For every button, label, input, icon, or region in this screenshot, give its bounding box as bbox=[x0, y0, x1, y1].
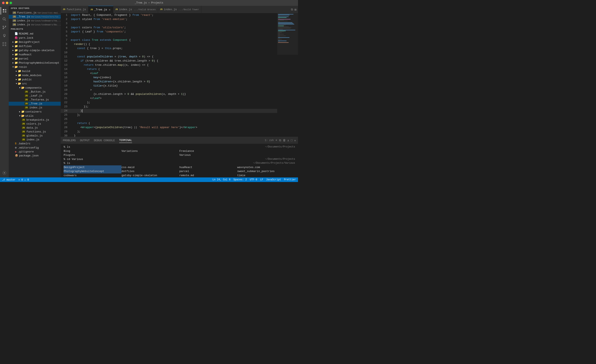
layout-button[interactable]: ▤ bbox=[294, 7, 297, 12]
tree-item-label: gatsby-simple-skeleton bbox=[19, 49, 54, 52]
open-editor-tree[interactable]: JS _Tree.js Various/resin/src/co... bbox=[9, 15, 61, 19]
tree-item-components[interactable]: ▼ 📂 components bbox=[9, 86, 61, 90]
tree-item-node-modules[interactable]: ▶ 📁 node_modules bbox=[9, 73, 61, 77]
terminal-prompt: % ls bbox=[64, 161, 70, 165]
git-branch[interactable]: ⎇ master bbox=[2, 178, 15, 181]
tree-item-editorconfig[interactable]: ⚙ .editorconfig bbox=[9, 146, 61, 150]
js-icon: JS bbox=[24, 106, 28, 109]
terminal-tab-debug[interactable]: DEBUG CONSOLE bbox=[94, 138, 115, 143]
tree-item-leaf[interactable]: JS _Leaf.js bbox=[9, 94, 61, 98]
activity-debug[interactable] bbox=[1, 32, 8, 39]
file-icon: 📄 bbox=[15, 32, 18, 35]
tree-item-index-utils[interactable]: JS index.js bbox=[9, 138, 61, 142]
encoding[interactable]: UTF-8 bbox=[250, 178, 257, 181]
git-branch-name: master bbox=[7, 178, 15, 181]
tree-item-resin[interactable]: ▼ 📂 resin bbox=[9, 65, 61, 69]
activity-search[interactable] bbox=[1, 15, 8, 23]
tree-item-utils[interactable]: ▼ 📂 utils bbox=[9, 114, 61, 118]
code-line-13: 13 return tree.children.map((x, index) =… bbox=[61, 63, 277, 67]
yarn-icon: 🧶 bbox=[15, 36, 18, 39]
tree-item-textarea[interactable]: JS _Textarea.js bbox=[9, 98, 61, 102]
activity-settings[interactable] bbox=[1, 169, 8, 177]
tree-item-babelrc[interactable]: B .babelrc bbox=[9, 142, 61, 146]
tree-item-gatsby[interactable]: ▶ 📁 gatsby-simple-skeleton bbox=[9, 48, 61, 52]
tree-item-gitignore[interactable]: ◉ .gitignore bbox=[9, 150, 61, 154]
terminal-trash-button[interactable]: 🗑 bbox=[283, 139, 286, 142]
language-mode[interactable]: JavaScript bbox=[266, 178, 281, 181]
tree-item-tree[interactable]: JS _Tree.js bbox=[9, 102, 61, 106]
tree-item-dotfiles[interactable]: ▶ 📁 dotfiles bbox=[9, 44, 61, 48]
tab-index1[interactable]: JS index.js .../Valid Braces bbox=[113, 6, 158, 13]
open-editor-functions[interactable]: JS functions.js Various/css-mai... bbox=[9, 11, 61, 15]
git-icon: ⎇ bbox=[2, 178, 7, 181]
tab-functions[interactable]: JS functions.js bbox=[61, 6, 88, 13]
code-line-30: 30 } bbox=[61, 134, 277, 137]
terminal-area: PROBLEMS OUTPUT DEBUG CONSOLE TERMINAL 1… bbox=[61, 137, 298, 178]
terminal-split-button[interactable]: ⧉ bbox=[279, 139, 281, 142]
code-line-29: 29 ); bbox=[61, 130, 277, 134]
terminal-dir bbox=[237, 153, 295, 157]
tab-path: .../Valid Braces bbox=[134, 8, 156, 11]
line-ending[interactable]: LF bbox=[260, 178, 263, 181]
terminal-item: parcel bbox=[179, 169, 237, 173]
terminal-tab-terminal[interactable]: TERMINAL bbox=[119, 138, 132, 143]
terminal-collapse-button[interactable]: ∧ bbox=[287, 139, 289, 142]
tree-item-colors[interactable]: JS colors.js bbox=[9, 122, 61, 126]
tree-item-containers[interactable]: ▶ 📁 containers bbox=[9, 110, 61, 114]
code-editor[interactable]: 1 import React, { Component, Fragment } … bbox=[61, 13, 277, 137]
terminal-tab-problems[interactable]: PROBLEMS bbox=[63, 138, 76, 143]
tree-item-functions-utils[interactable]: JS functions.js bbox=[9, 130, 61, 134]
tree-item-button[interactable]: JS _Button.js bbox=[9, 90, 61, 94]
tree-item-readme[interactable]: 📄 README.md bbox=[9, 32, 61, 36]
terminal-content: % ls ~/Documents/Projects Blog Variation… bbox=[61, 144, 298, 178]
tree-item-public[interactable]: ▶ 📁 public bbox=[9, 77, 61, 82]
tab-js-badge: JS bbox=[160, 8, 163, 11]
activity-source-control[interactable] bbox=[1, 24, 8, 31]
terminal-new-button[interactable]: + bbox=[275, 139, 277, 142]
code-line-20: 20 {x.children.length > 0 && populateChi… bbox=[61, 92, 277, 96]
tree-item-huareact[interactable]: ▶ 📁 huaReact bbox=[9, 52, 61, 57]
tab-tree[interactable]: JS _Tree.js ✕ bbox=[88, 6, 113, 13]
terminal-maximize-button[interactable]: □ bbox=[291, 139, 292, 142]
tree-item-data[interactable]: JS data.js bbox=[9, 126, 61, 130]
activity-extensions[interactable] bbox=[1, 40, 8, 48]
tree-item-designproject[interactable]: ▶ 📁 DesignProject bbox=[9, 40, 61, 44]
minimize-button[interactable] bbox=[6, 2, 8, 4]
formatter[interactable]: Prettier bbox=[284, 178, 296, 181]
tab-index2[interactable]: JS index.js .../Build Tower bbox=[158, 6, 201, 13]
tree-item-parcel[interactable]: ▶ 📁 parcel bbox=[9, 57, 61, 61]
tree-item-yarn[interactable]: 🧶 yarn.lock bbox=[9, 36, 61, 40]
close-button[interactable] bbox=[2, 2, 5, 4]
code-line-18: 18 title={x.title} bbox=[61, 84, 277, 88]
terminal-path: ~/Documents/Projects/Various bbox=[253, 161, 295, 165]
tree-item-photography[interactable]: ▶ 📁 PhotographyWebsiteConcept bbox=[9, 61, 61, 65]
errors-count[interactable]: ✕ 0 ⚠ 0 bbox=[18, 178, 29, 181]
tree-item-breakpoints[interactable]: JS breakpoints.js bbox=[9, 118, 61, 122]
folder-open-icon: 📂 bbox=[15, 65, 18, 69]
tree-item-package-json[interactable]: 📦 package.json bbox=[9, 154, 61, 158]
app-body: OPEN EDITORS JS functions.js Various/css… bbox=[0, 6, 298, 178]
open-editor-index2[interactable]: JS index.js Various/codewars/Bu... bbox=[9, 23, 61, 27]
cursor-position[interactable]: Ln 24, Col 8 bbox=[213, 178, 231, 181]
open-editor-index1[interactable]: JS index.js Various/codewars/Va... bbox=[9, 19, 61, 23]
terminal-close-button[interactable]: ✕ bbox=[294, 139, 296, 142]
file-icon: ⚙ bbox=[15, 146, 17, 149]
tree-item-index-components[interactable]: JS index.js bbox=[9, 106, 61, 110]
folder-icon: 📁 bbox=[15, 45, 18, 48]
tree-item-label: index.js bbox=[26, 138, 39, 141]
terminal-tab-output[interactable]: OUTPUT bbox=[80, 138, 90, 143]
maximize-button[interactable] bbox=[10, 2, 12, 4]
tree-item-src[interactable]: ▼ 📂 src bbox=[9, 82, 61, 86]
split-editor-button[interactable]: ⧉ bbox=[291, 7, 293, 12]
tab-js-badge: JS bbox=[115, 8, 118, 11]
terminal-path: ~/Documents/Projects bbox=[265, 145, 295, 149]
tree-item-label: resin bbox=[19, 66, 27, 69]
tree-item-globals[interactable]: JS globals.js bbox=[9, 134, 61, 138]
tab-close-button[interactable]: ✕ bbox=[108, 8, 111, 11]
tree-item-build[interactable]: ▶ 📁 build bbox=[9, 69, 61, 73]
tree-item-label: build bbox=[22, 70, 30, 73]
svg-point-4 bbox=[5, 26, 6, 27]
activity-explorer[interactable] bbox=[1, 7, 8, 15]
svg-rect-9 bbox=[2, 42, 4, 44]
indentation[interactable]: Spaces: 2 bbox=[233, 178, 247, 181]
